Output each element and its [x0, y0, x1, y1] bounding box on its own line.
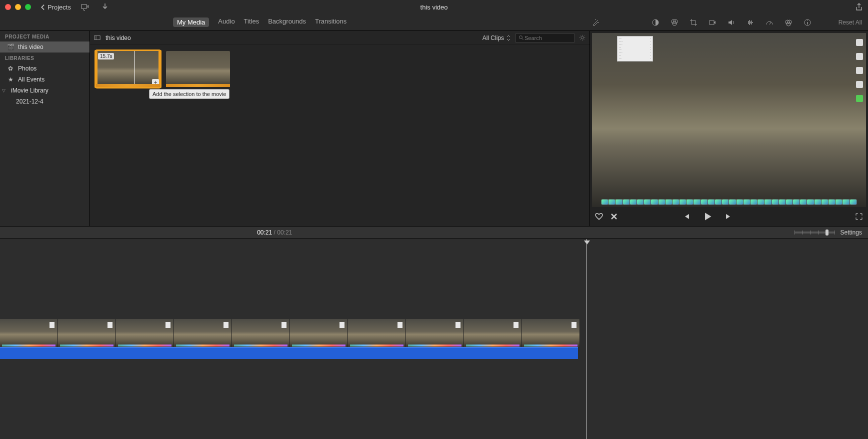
tab-my-media[interactable]: My Media: [173, 18, 209, 27]
auto-enhance-icon[interactable]: [592, 18, 600, 26]
sidebar-item-label: 2021-12-4: [16, 98, 44, 105]
zoom-knob[interactable]: [826, 230, 828, 236]
back-label: Projects: [48, 4, 71, 11]
tooltip: Add the selection to the movie: [149, 89, 230, 99]
filters-icon[interactable]: [784, 18, 792, 26]
sidebar-section-project: PROJECT MEDIA: [0, 31, 90, 42]
timeline-audio-track[interactable]: [0, 347, 578, 359]
sidebar: PROJECT MEDIA 🎬 this video LIBRARIES ✿ P…: [0, 31, 90, 226]
svg-rect-10: [94, 36, 100, 40]
sidebar-item-this-video[interactable]: 🎬 this video: [0, 42, 90, 52]
updown-arrows-icon: [506, 35, 511, 41]
share-button[interactable]: [855, 3, 863, 11]
timeline-track[interactable]: [0, 239, 868, 439]
timecode: 00:21 / 00:21: [257, 229, 292, 236]
media-clip-2[interactable]: [166, 51, 230, 87]
tab-titles[interactable]: Titles: [244, 18, 260, 27]
sidebar-item-all-events[interactable]: ★ All Events: [0, 74, 90, 85]
timeline-clip[interactable]: [174, 319, 232, 347]
reject-icon[interactable]: [610, 212, 618, 220]
viewer-controls: [590, 207, 868, 226]
preview-dock: [601, 199, 857, 205]
clips-area[interactable]: 15.7s + Add the selection to the movie: [90, 45, 590, 226]
timeline-clip[interactable]: [522, 319, 580, 347]
tab-transitions[interactable]: Transitions: [315, 18, 346, 27]
clip-audio-strip: [96, 84, 160, 87]
adjustment-icons: Reset All: [592, 18, 868, 26]
timeline-clip[interactable]: [0, 319, 58, 347]
clips-filter-dropdown[interactable]: All Clips: [482, 34, 511, 42]
browser-header: this video All Clips: [90, 31, 590, 45]
selection-handle-left[interactable]: [94, 50, 98, 88]
clip-audio-strip: [166, 84, 230, 87]
timecode-total: 00:21: [277, 229, 292, 236]
sidebar-toggle-icon[interactable]: [94, 34, 100, 41]
main-split: PROJECT MEDIA 🎬 this video LIBRARIES ✿ P…: [0, 31, 868, 226]
disclosure-triangle-icon[interactable]: ▽: [2, 88, 7, 93]
color-balance-icon[interactable]: [652, 18, 660, 26]
search-input[interactable]: [524, 35, 570, 41]
timeline-header: 00:21 / 00:21 Settings: [0, 226, 868, 239]
media-clip-1[interactable]: 15.7s +: [96, 51, 160, 87]
timeline-clip[interactable]: [116, 319, 174, 347]
timeline-clip[interactable]: [58, 319, 116, 347]
sidebar-item-imovie-library[interactable]: ▽ iMovie Library: [0, 85, 90, 96]
sidebar-item-label: this video: [18, 44, 44, 50]
timeline-clip[interactable]: [464, 319, 522, 347]
search-icon: [518, 35, 524, 41]
sidebar-item-label: iMovie Library: [11, 87, 48, 94]
favorite-icon[interactable]: [595, 212, 603, 220]
minimize-window-button[interactable]: [15, 4, 21, 10]
skim-playhead: [134, 51, 135, 87]
gear-icon[interactable]: [579, 34, 586, 41]
filter-label: All Clips: [482, 34, 504, 42]
close-window-button[interactable]: [5, 4, 11, 10]
svg-point-14: [581, 36, 584, 39]
reset-all-button[interactable]: Reset All: [838, 19, 862, 26]
sidebar-item-event-date[interactable]: 2021-12-4: [0, 96, 90, 107]
media-browser: this video All Clips 15.7s +: [90, 31, 590, 226]
tab-backgrounds[interactable]: Backgrounds: [268, 18, 306, 27]
fullscreen-icon[interactable]: [855, 212, 863, 220]
browser-title: this video: [106, 34, 131, 42]
timeline-clip[interactable]: [348, 319, 406, 347]
next-button[interactable]: [724, 212, 732, 220]
crop-icon[interactable]: [690, 18, 698, 26]
sidebar-item-photos[interactable]: ✿ Photos: [0, 63, 90, 74]
back-to-projects-button[interactable]: Projects: [40, 4, 71, 11]
window-title: this video: [420, 4, 448, 11]
media-import-icon[interactable]: [81, 3, 89, 11]
preview-desktop-icons: [856, 39, 863, 102]
play-button[interactable]: [702, 212, 712, 222]
svg-rect-5: [710, 20, 714, 24]
sidebar-section-libraries: LIBRARIES: [0, 52, 90, 63]
flower-icon: ✿: [7, 65, 14, 72]
volume-icon[interactable]: [728, 18, 736, 26]
viewer-canvas[interactable]: ········································…: [592, 33, 866, 207]
timeline-settings-button[interactable]: Settings: [840, 229, 862, 236]
titlebar-icons: [81, 3, 109, 11]
star-icon: ★: [7, 76, 14, 83]
maximize-window-button[interactable]: [25, 4, 31, 10]
chevron-left-icon: [40, 4, 46, 10]
timeline-clip[interactable]: [232, 319, 290, 347]
viewer: ········································…: [590, 31, 868, 226]
noise-reduction-icon[interactable]: [746, 18, 754, 26]
info-icon[interactable]: [804, 18, 812, 26]
color-correction-icon[interactable]: [670, 18, 678, 26]
timeline-clip[interactable]: [406, 319, 464, 347]
tab-audio[interactable]: Audio: [218, 18, 234, 27]
download-icon[interactable]: [101, 3, 109, 11]
timeline-pane: 00:21 / 00:21 Settings: [0, 226, 868, 439]
stabilization-icon[interactable]: [708, 18, 716, 26]
zoom-slider[interactable]: [794, 232, 834, 234]
playhead[interactable]: [586, 239, 587, 439]
clapper-icon: 🎬: [7, 44, 14, 50]
previous-button[interactable]: [682, 212, 690, 220]
svg-point-12: [520, 36, 522, 38]
clip-duration-badge: 15.7s: [98, 53, 114, 60]
search-box[interactable]: [515, 33, 575, 43]
timeline-clip[interactable]: [290, 319, 348, 347]
speed-icon[interactable]: [766, 18, 774, 26]
traffic-lights: [5, 4, 31, 10]
